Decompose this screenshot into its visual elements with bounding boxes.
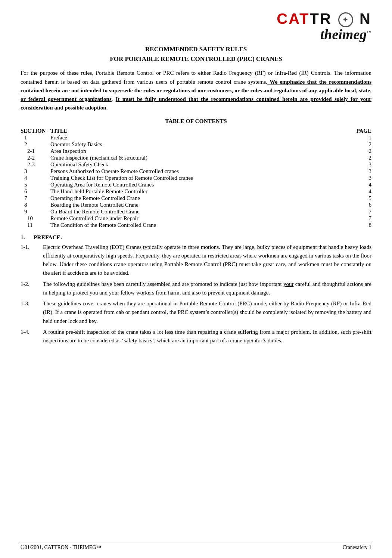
footer-left: ©01/2001, CATTRON - THEIMEG™	[21, 545, 101, 551]
toc-cell-section: 2-3	[21, 161, 50, 168]
toc-header-section: SECTION	[21, 127, 50, 135]
section-item-text: A routine pre-shift inspection of the cr…	[43, 328, 371, 345]
theimeg-logo-row: theimeg™	[21, 27, 371, 41]
toc-header-title: TITLE	[50, 127, 353, 135]
intro-text3: .	[106, 105, 108, 111]
toc-cell-title: Operator Safety Basics	[50, 141, 353, 148]
cat-text: CAT	[277, 10, 309, 27]
toc-cell-page: 8	[353, 222, 371, 229]
intro-paragraph: For the purpose of these rules, Portable…	[21, 69, 371, 112]
section-item-number: 1-4.	[21, 328, 43, 345]
toc-cell-section: 2	[21, 141, 50, 148]
toc-header-page: PAGE	[353, 127, 371, 135]
footer: ©01/2001, CATTRON - THEIMEG™ Cranesafety…	[21, 543, 371, 551]
toc-cell-page: 3	[353, 175, 371, 182]
section1-body: 1-1.Electric Overhead Travelling (EOT) C…	[21, 243, 371, 345]
section-item: 1-2.The following guidelines have been c…	[21, 280, 371, 298]
toc-row: 2-1 Area Inspection 2	[21, 148, 371, 155]
toc-cell-title: Operating Area for Remote Controlled Cra…	[50, 182, 353, 188]
toc-row: 4 Training Check List for Operation of R…	[21, 175, 371, 182]
cattron-logo-row: CATTR ✦ N	[21, 11, 371, 27]
section1-heading: 1. PREFACE.	[21, 234, 371, 241]
toc-cell-section: 7	[21, 195, 50, 202]
toc-row: 2-3 Operational Safety Check 3	[21, 161, 371, 168]
toc-cell-title: On Board the Remote Controlled Crane	[50, 209, 353, 215]
gear-icon: ✦	[338, 12, 353, 27]
section-item-number: 1-2.	[21, 280, 43, 298]
toc-cell-title: The Condition of the Remote Controlled C…	[50, 222, 353, 229]
toc-cell-page: 4	[353, 188, 371, 195]
toc-cell-page: 7	[353, 215, 371, 222]
toc-cell-section: 9	[21, 209, 50, 215]
toc-row: 3 Persons Authorized to Operate Remote C…	[21, 168, 371, 175]
toc-cell-title: Remote Controlled Crane under Repair	[50, 215, 353, 222]
section-item: 1-4.A routine pre-shift inspection of th…	[21, 328, 371, 345]
section-item-text: These guidelines cover cranes when they …	[43, 299, 371, 326]
trademark-symbol: ™	[367, 30, 371, 36]
section-item: 1-1.Electric Overhead Travelling (EOT) C…	[21, 243, 371, 278]
section-item: 1-3.These guidelines cover cranes when t…	[21, 299, 371, 326]
toc-cell-section: 4	[21, 175, 50, 182]
toc-cell-title: The Hand-held Portable Remote Controller	[50, 188, 353, 195]
toc-cell-page: 3	[353, 161, 371, 168]
footer-right: Cranesafety 1	[343, 545, 371, 551]
toc-cell-page: 7	[353, 209, 371, 215]
toc-cell-title: Persons Authorized to Operate Remote Con…	[50, 168, 353, 175]
section-item-text: The following guidelines have been caref…	[43, 280, 371, 298]
document-title: RECOMMENDED SAFETY RULES FOR PORTABLE RE…	[21, 44, 371, 64]
toc-cell-page: 2	[353, 141, 371, 148]
toc-row: 2 Operator Safety Basics 2	[21, 141, 371, 148]
toc-cell-page: 5	[353, 195, 371, 202]
toc-title: TABLE OF CONTENTS	[21, 118, 371, 124]
cattron-logo-text: CATTR ✦ N	[277, 11, 371, 27]
toc-cell-page: 2	[353, 155, 371, 161]
toc-cell-section: 3	[21, 168, 50, 175]
toc-row: 5 Operating Area for Remote Controlled C…	[21, 182, 371, 188]
toc-row: 6 The Hand-held Portable Remote Controll…	[21, 188, 371, 195]
toc-cell-section: 8	[21, 202, 50, 209]
toc-cell-title: Area Inspection	[50, 148, 353, 155]
toc-cell-page: 6	[353, 202, 371, 209]
toc-cell-section: 10	[21, 215, 50, 222]
intro-text2: .	[112, 96, 116, 102]
toc-cell-page: 3	[353, 168, 371, 175]
section-item-text: Electric Overhead Travelling (EOT) Crane…	[43, 243, 371, 278]
toc-row: 9 On Board the Remote Controlled Crane 7	[21, 209, 371, 215]
page: CATTR ✦ N theimeg™ RECOMMENDED SAFETY RU…	[0, 0, 392, 558]
toc-cell-section: 1	[21, 135, 50, 141]
toc-row: 10 Remote Controlled Crane under Repair …	[21, 215, 371, 222]
section-item-number: 1-1.	[21, 243, 43, 278]
section-item-number: 1-3.	[21, 299, 43, 326]
toc-cell-section: 6	[21, 188, 50, 195]
toc-row: 8 Boarding the Remote Controlled Crane 6	[21, 202, 371, 209]
tr-text: TR	[310, 10, 332, 27]
toc-cell-section: 11	[21, 222, 50, 229]
toc-cell-title: Training Check List for Operation of Rem…	[50, 175, 353, 182]
toc-cell-section: 5	[21, 182, 50, 188]
title-line2: FOR PORTABLE REMOTE CONTROLLED (PRC) CRA…	[21, 54, 371, 64]
toc-cell-title: Operational Safety Check	[50, 161, 353, 168]
toc-cell-page: 4	[353, 182, 371, 188]
toc-row: 11 The Condition of the Remote Controlle…	[21, 222, 371, 229]
toc-cell-title: Crane Inspection (mechanical & structura…	[50, 155, 353, 161]
title-line1: RECOMMENDED SAFETY RULES	[21, 44, 371, 54]
n-text: N	[360, 10, 371, 27]
toc-cell-title: Preface	[50, 135, 353, 141]
toc-cell-section: 2-1	[21, 148, 50, 155]
toc-cell-title: Boarding the Remote Controlled Crane	[50, 202, 353, 209]
toc-row: 1 Preface 1	[21, 135, 371, 141]
toc-cell-page: 2	[353, 148, 371, 155]
toc-cell-title: Operating the Remote Controlled Crane	[50, 195, 353, 202]
toc-row: 2-2 Crane Inspection (mechanical & struc…	[21, 155, 371, 161]
toc-cell-section: 2-2	[21, 155, 50, 161]
toc-table: SECTION TITLE PAGE 1 Preface 1 2 Operato…	[21, 127, 371, 229]
toc-row: 7 Operating the Remote Controlled Crane …	[21, 195, 371, 202]
theimeg-logo-text: theimeg™	[320, 27, 371, 42]
logo-area: CATTR ✦ N theimeg™	[21, 11, 371, 41]
toc-cell-page: 1	[353, 135, 371, 141]
